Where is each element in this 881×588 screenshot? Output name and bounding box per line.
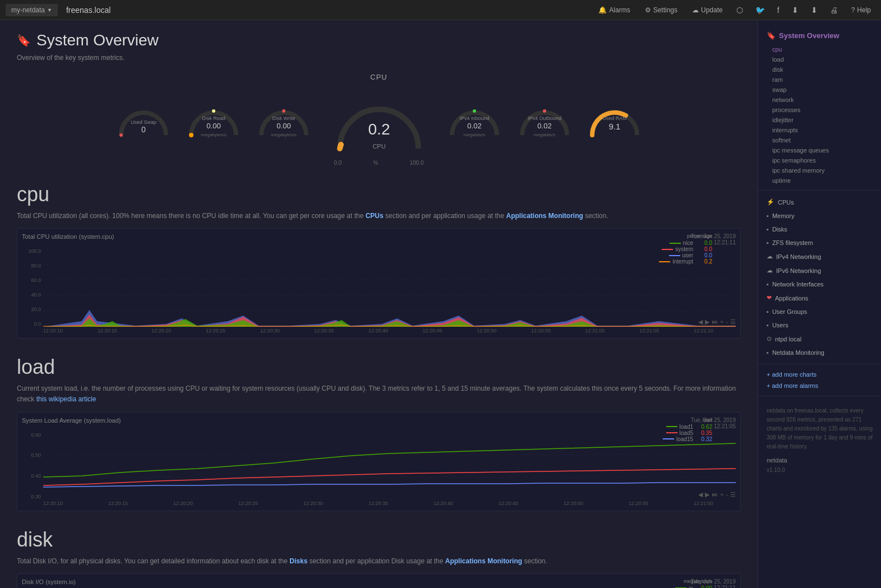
gauge-disk-write: Disk Write 0.00 megabytes/s <box>253 99 315 141</box>
sidebar-overview-links: cpu load disk ram swap network processes… <box>758 44 881 186</box>
load-chart-controls[interactable]: ◀ ▶ ⏭ + - ☰ <box>698 491 736 498</box>
ctrl-plus2[interactable]: + <box>720 491 723 498</box>
zfs-icon: ▪ <box>767 239 769 246</box>
apps-icon: ❤ <box>767 294 772 302</box>
load-wiki-link[interactable]: this wikipedia article <box>36 395 96 403</box>
sidebar-group-usergroups[interactable]: ▪ User Groups <box>758 305 881 318</box>
sidebar-brand: netdata <box>767 456 873 466</box>
sidebar-group-netif[interactable]: ▪ Network Interfaces <box>758 277 881 291</box>
cpu-gauge: CPU 0.2 CPU 0.0 % 100.0 <box>329 73 430 166</box>
svg-text:Used RAM: Used RAM <box>602 115 627 121</box>
alarms-btn[interactable]: 🔔 Alarms <box>594 4 634 16</box>
cpu-chart-header: Total CPU utilization (system.cpu) Tue, … <box>22 233 736 246</box>
ntpd-icon: ⊙ <box>767 335 772 342</box>
sidebar-item-idlejitter[interactable]: idlejitter <box>758 115 881 125</box>
svg-text:Used Swap: Used Swap <box>130 119 156 125</box>
sidebar-item-ipc-msg[interactable]: ipc message queues <box>758 145 881 155</box>
brand-dropdown[interactable]: my-netdata <box>6 4 58 16</box>
ctrl-next[interactable]: ⏭ <box>712 318 718 326</box>
page-icon: 🔖 <box>17 34 31 47</box>
sidebar-item-interrupts[interactable]: interrupts <box>758 125 881 135</box>
sidebar-item-swap[interactable]: swap <box>758 85 881 95</box>
svg-text:0.00: 0.00 <box>206 122 220 130</box>
sidebar-item-disk[interactable]: disk <box>758 64 881 75</box>
legend-nice: nice0.0 <box>659 240 712 246</box>
cpu-section-title: cpu <box>17 183 741 206</box>
settings-btn[interactable]: ⚙ Settings <box>640 4 682 16</box>
sidebar-group-users[interactable]: ▪ Users <box>758 318 881 332</box>
svg-text:megabytes/s: megabytes/s <box>201 132 226 137</box>
load-legend-load1: load10.62 <box>663 424 712 430</box>
gauge-used-ram: Used RAM 9.1 <box>584 99 645 141</box>
cpu-chart-controls[interactable]: ◀ ▶ ⏭ + - ☰ <box>698 318 736 326</box>
layout: 🔖 System Overview Overview of the key sy… <box>0 20 881 588</box>
cpu-chart-title: Total CPU utilization (system.cpu) <box>22 233 114 240</box>
sidebar-item-ipc-shm[interactable]: ipc shared memory <box>758 165 881 175</box>
sidebar-footer: netdata on freenas.local, collects every… <box>758 401 881 480</box>
sidebar-item-load[interactable]: load <box>758 54 881 64</box>
svg-point-2 <box>119 133 123 137</box>
gauges-row: Used Swap 0 Disk Read 0.00 megabytes/s <box>17 73 741 166</box>
ctrl-minus2[interactable]: - <box>726 491 728 498</box>
disk-chart-header: Disk I/O (system.io) Tue, Jun 25, 2019 1… <box>22 578 736 588</box>
sidebar-item-ipc-sem[interactable]: ipc semaphores <box>758 155 881 165</box>
disk-chart-legend: megabytes/s in0.00 out0.00 <box>672 578 712 588</box>
ctrl-minus[interactable]: - <box>726 318 728 326</box>
download2-icon[interactable]: ⬇ <box>808 3 821 17</box>
gauge-used-swap: Used Swap 0 <box>113 99 174 141</box>
sidebar-group-ipv6[interactable]: ☁ IPv6 Networking <box>758 263 881 277</box>
sidebar-item-ram[interactable]: ram <box>758 75 881 85</box>
twitter-icon[interactable]: 🐦 <box>752 3 768 17</box>
sidebar-item-processes[interactable]: processes <box>758 105 881 115</box>
help-btn[interactable]: ? Help <box>847 4 875 16</box>
ctrl-menu[interactable]: ☰ <box>730 318 736 326</box>
load-x-labels: 12:20:1012:20:1512:20:2012:20:2512:20:30… <box>43 501 736 506</box>
svg-point-16 <box>473 109 476 113</box>
svg-text:Disk Write: Disk Write <box>272 115 295 121</box>
sidebar-group-apps[interactable]: ❤ Applications <box>758 291 881 305</box>
svg-text:0: 0 <box>141 125 146 134</box>
sidebar-group-memory[interactable]: ▪ Memory <box>758 209 881 223</box>
svg-text:IPv4 Inbound: IPv4 Inbound <box>459 115 489 121</box>
add-alarms-btn[interactable]: + add more alarms <box>758 380 881 391</box>
sidebar-group-netdata[interactable]: ▪ Netdata Monitoring <box>758 346 881 359</box>
gauge-ipv4-inbound: IPv4 Inbound 0.02 megabits/s <box>444 99 505 141</box>
download1-icon[interactable]: ⬇ <box>788 3 802 17</box>
ctrl-menu2[interactable]: ☰ <box>730 491 736 498</box>
cpu-x-labels: 12:20:1012:20:1512:20:2012:20:2512:20:30… <box>43 328 736 334</box>
facebook-icon[interactable]: f <box>774 3 783 17</box>
sidebar-divider3 <box>758 396 881 396</box>
sidebar-group-cpus[interactable]: ⚡ CPUs <box>758 195 881 209</box>
sidebar-item-softnet[interactable]: softnet <box>758 135 881 145</box>
update-btn[interactable]: ☁ Update <box>688 4 727 16</box>
ctrl-plus[interactable]: + <box>720 318 723 326</box>
svg-text:Disk Read: Disk Read <box>202 115 225 121</box>
ipv4-icon: ☁ <box>767 253 773 260</box>
sidebar-group-disks[interactable]: ▪ Disks <box>758 223 881 236</box>
load-chart-body: 0.600.500.400.30 <box>22 432 736 499</box>
print-icon[interactable]: 🖨 <box>827 3 841 17</box>
sidebar-divider2 <box>758 364 881 364</box>
cpu-gauge-title: CPU <box>370 73 387 81</box>
ctrl-next2[interactable]: ⏭ <box>712 491 718 498</box>
svg-text:megabits/s: megabits/s <box>533 132 555 137</box>
cpu-chart-body: 100.080.060.040.020.00.0 <box>22 248 736 327</box>
sidebar-item-cpu[interactable]: cpu <box>758 44 881 54</box>
ctrl-play2[interactable]: ▶ <box>705 491 709 498</box>
ctrl-prev[interactable]: ◀ <box>698 318 703 326</box>
cpu-section-desc: Total CPU utilization (all cores). 100% … <box>17 211 741 221</box>
sidebar-item-uptime[interactable]: uptime <box>758 175 881 186</box>
sidebar-group-ipv4[interactable]: ☁ IPv4 Networking <box>758 249 881 263</box>
disks-icon: ▪ <box>767 226 769 233</box>
sidebar-group-ntpd[interactable]: ⊙ ntpd local <box>758 332 881 346</box>
ctrl-prev2[interactable]: ◀ <box>698 491 703 498</box>
sidebar-item-network[interactable]: network <box>758 95 881 105</box>
users-icon: ▪ <box>767 322 769 328</box>
add-charts-btn[interactable]: + add more charts <box>758 369 881 380</box>
disk-section-title: disk <box>17 528 741 552</box>
github-icon[interactable]: ⬡ <box>733 3 746 17</box>
disk-section-desc: Total Disk I/O, for all physical disks. … <box>17 556 741 567</box>
cpu-section: cpu Total CPU utilization (all cores). 1… <box>17 183 741 339</box>
sidebar-group-zfs[interactable]: ▪ ZFS filesystem <box>758 236 881 249</box>
ctrl-play[interactable]: ▶ <box>705 318 709 326</box>
